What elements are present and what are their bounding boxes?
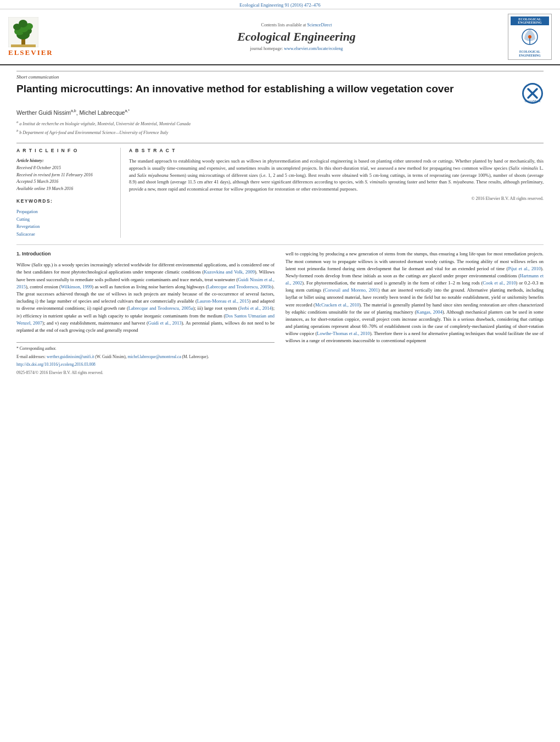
svg-text:CrossMark: CrossMark [524, 99, 541, 103]
species-1: Salix viminalis [510, 165, 538, 171]
homepage-url[interactable]: www.elsevier.com/locate/ecoleng [284, 46, 343, 51]
wilkinson-ref[interactable]: Wilkinson, 1999 [61, 284, 92, 289]
main-body: 1. Introduction Willow (Salix spp.) is a… [16, 250, 544, 377]
email-2-name: (M. Labrecque). [182, 354, 209, 359]
article-history: Article history: Received 8 October 2015… [16, 158, 115, 193]
crossmark-logo[interactable]: CrossMark [522, 82, 544, 104]
keyword-salicaceae: Salicaceae [16, 231, 115, 238]
author2-affil: a,* [125, 109, 130, 113]
history-label: Article history: [16, 158, 115, 165]
lowthe-ref[interactable]: Lowthe-Thomas et al., 2010 [317, 331, 369, 336]
affil-b-text: b Department of Agri-food and Environmen… [19, 130, 168, 135]
keyword-cutting: Cutting [16, 216, 115, 224]
lauron-ref[interactable]: Lauron-Moreau et al., 2015 [197, 298, 249, 304]
article-title: Planting microcuttings: An innovative me… [16, 82, 516, 96]
svg-point-12 [528, 35, 531, 38]
affil-a-marker: a [16, 120, 18, 124]
pijut-ref[interactable]: Pijut et al., 2010 [508, 266, 541, 271]
labrecque-ref[interactable]: Labrecque and Teodorescu, 2005b [208, 284, 272, 289]
keyword-revegetation: Revegetation [16, 223, 115, 231]
elsevier-logo: ELSEVIER [8, 17, 96, 57]
intro-paragraph-1: Willow (Salix spp.) is a woody species i… [16, 261, 275, 334]
journal-header-center: Contents lists available at ScienceDirec… [96, 23, 497, 51]
online-date: Available online 19 March 2016 [16, 186, 115, 193]
doi-line[interactable]: http://dx.doi.org/10.1016/j.ecoleng.2016… [16, 361, 275, 368]
journal-title: Ecological Engineering [96, 30, 497, 44]
journal-header: ELSEVIER Contents lists available at Sci… [0, 9, 560, 65]
sciencedirect-link[interactable]: ScienceDirect [307, 23, 332, 27]
author1-affil: a,b [71, 109, 76, 113]
accepted-date: Accepted 5 March 2016 [16, 178, 115, 186]
journal-logo-image [511, 25, 549, 50]
kuzovkina-ref[interactable]: Kuzovkina and Volk, 2009 [204, 269, 255, 275]
dos-santos-ref[interactable]: Dos Santos Utmazian and Wenzel, 2007 [16, 313, 275, 326]
author1-name: Werther Guidi Nissim [16, 109, 71, 116]
journal-homepage-line: journal homepage: www.elsevier.com/locat… [96, 46, 497, 51]
elsevier-tree-icon [8, 17, 38, 47]
article-info-column: A R T I C L E I N F O Article history: R… [16, 148, 121, 238]
elsevier-wordmark: ELSEVIER [8, 48, 53, 57]
email-1-name: (W. Guidi Nissim), [95, 354, 126, 359]
email-label: E-mail addresses: [16, 354, 46, 359]
journal-top-bar: Ecological Engineering 91 (2016) 472–476 [0, 0, 560, 9]
mccracken-ref[interactable]: McCracken et al., 2010 [315, 302, 359, 308]
svg-point-8 [19, 20, 27, 27]
keywords-section: Keywords: Propagation Cutting Revegetati… [16, 198, 115, 238]
article-info-header: A R T I C L E I N F O [16, 148, 115, 153]
journal-logo-box: ECOLOGICAL ENGINEERING ECOLOGICALENGINEE… [508, 14, 552, 60]
revised-date: Received in revised form 11 February 201… [16, 172, 115, 179]
email-2[interactable]: michel.labrecque@umontreal.ca [127, 354, 181, 359]
genus-name: Salix [33, 262, 42, 267]
email-1[interactable]: werther.guidinissim@unifi.it [47, 354, 94, 359]
intro-paragraph-2: well to coppicing by producing a new gen… [285, 250, 544, 344]
abstract-text: The standard approach to establishing wo… [129, 158, 544, 193]
issn-line: 0925-8574/© 2016 Elsevier B.V. All right… [16, 370, 275, 376]
section-divider [16, 244, 544, 245]
svg-rect-9 [11, 44, 36, 47]
journal-logo-icon [516, 27, 544, 49]
journal-logo-box-area: ECOLOGICAL ENGINEERING ECOLOGICALENGINEE… [497, 14, 552, 60]
footnote-corresponding: * Corresponding author. [16, 345, 275, 352]
species-2: Salix miyabeana [137, 172, 169, 178]
kangas-ref[interactable]: Kangas, 2004 [416, 309, 442, 315]
cook-ref[interactable]: Cook et al., 2010 [483, 280, 516, 286]
authors-line: Werther Guidi Nissima,b, Michel Labrecqu… [16, 109, 544, 116]
crossmark-icon: CrossMark [522, 82, 544, 104]
keywords-header: Keywords: [16, 198, 115, 204]
affiliation-b: b b Department of Agri-food and Environm… [16, 128, 544, 136]
labrecque-2005a-ref[interactable]: Labrecque and Teodorescu, 2005a [128, 305, 193, 311]
species-2-abbrev: S. miyabeana [448, 179, 473, 185]
affiliation-a: a a Institut de recherche en biologie vé… [16, 119, 544, 127]
article-title-section: Planting microcuttings: An innovative me… [16, 82, 544, 104]
affiliations: a a Institut de recherche en biologie vé… [16, 119, 544, 136]
journal-citation: Ecological Engineering 91 (2016) 472–476 [239, 2, 320, 8]
body-left-column: 1. Introduction Willow (Salix spp.) is a… [16, 250, 275, 377]
jerbi-ref[interactable]: Jerbi et al., 2014 [240, 305, 272, 311]
contents-available-line: Contents lists available at ScienceDirec… [96, 23, 497, 27]
corseuil-ref[interactable]: Corseuil and Moreno, 2001 [324, 287, 378, 293]
contents-label: Contents lists available at [261, 23, 306, 27]
section1-title: 1. Introduction [16, 250, 275, 258]
logo-top-text: ECOLOGICAL ENGINEERING [511, 16, 549, 25]
author2-name: Michel Labrecque [80, 109, 125, 116]
species-1-abbrev: S. viminalis [365, 179, 387, 185]
footnote-section: * Corresponding author. E-mail addresses… [16, 342, 275, 376]
copyright-line: © 2016 Elsevier B.V. All rights reserved… [129, 196, 544, 201]
received-date: Received 8 October 2015 [16, 165, 115, 172]
article-type-label: Short communication [16, 71, 544, 80]
affil-b-marker: b [16, 129, 18, 132]
footnote-email: E-mail addresses: werther.guidinissim@un… [16, 354, 275, 360]
guidi-2013-ref[interactable]: Guidi et al., 2013 [148, 320, 182, 326]
body-right-column: well to coppicing by producing a new gen… [285, 250, 544, 377]
article-info-abstract-section: A R T I C L E I N F O Article history: R… [16, 143, 544, 238]
abstract-header: A B S T R A C T [129, 148, 544, 153]
affil-a-text: a Institut de recherche en biologie végé… [19, 121, 191, 126]
logo-bottom-text: ECOLOGICALENGINEERING [511, 50, 549, 57]
article-container: Short communication Planting microcuttin… [0, 65, 560, 383]
keyword-propagation: Propagation [16, 208, 115, 216]
homepage-label: journal homepage: [250, 46, 283, 51]
abstract-column: A B S T R A C T The standard approach to… [129, 148, 544, 238]
